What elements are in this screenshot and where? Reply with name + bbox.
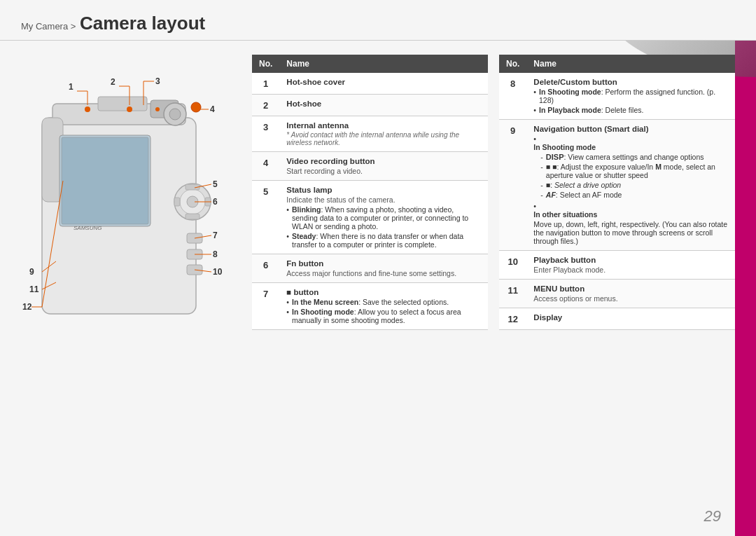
table-row: 9 Navigation button (Smart dial) In Shoo… [499, 120, 735, 251]
table-row: 8 Delete/Custom button In Shooting mode:… [499, 73, 735, 120]
row-content: Status lamp Indicate the status of the c… [279, 181, 488, 254]
bullet-steady: Steady: When there is no data transfer o… [286, 232, 481, 249]
item-title: Delete/Custom button [533, 78, 728, 86]
sub-drive: ■: Select a drive option [540, 181, 728, 189]
right-table: No. Name 8 Delete/Custom button In Shoot… [499, 55, 735, 330]
bullet-shooting: In Shooting mode: Perform the assigned f… [533, 88, 728, 104]
row-number: 5 [252, 181, 279, 254]
row-content: Display [526, 308, 735, 330]
sub-exposure: ■ ■: Adjust the exposure value/In M mode… [540, 163, 728, 179]
item-title: Status lamp [286, 186, 481, 194]
row-content: Video recording button Start recording a… [279, 152, 488, 181]
svg-rect-14 [186, 214, 200, 219]
svg-text:SAMSUNG: SAMSUNG [74, 225, 102, 231]
right-table-section: No. Name 8 Delete/Custom button In Shoot… [499, 55, 735, 514]
table-row: 11 MENU button Access options or menus. [499, 280, 735, 308]
svg-text:11: 11 [29, 284, 39, 294]
svg-text:10: 10 [213, 267, 223, 277]
row-number: 4 [252, 152, 279, 181]
bullet-menu-screen: In the Menu screen: Save the selected op… [286, 298, 481, 306]
row-number: 7 [252, 283, 279, 330]
camera-svg-diagram: SAMSUNG [21, 55, 224, 398]
row-number: 3 [252, 116, 279, 152]
bullet-in-shooting: In Shooting mode DISP: View camera setti… [533, 135, 728, 199]
row-content: Navigation button (Smart dial) In Shooti… [526, 120, 735, 251]
item-title: MENU button [533, 284, 728, 293]
left-col-name-header: Name [279, 55, 488, 73]
table-row: 1 Hot-shoe cover [252, 73, 488, 95]
left-table-body: 1 Hot-shoe cover 2 Hot-shoe 3 [252, 73, 488, 330]
svg-text:3: 3 [155, 76, 160, 86]
row-number: 12 [499, 308, 526, 330]
bullet-other-situations: In other situations Move up, down, left,… [533, 202, 728, 245]
svg-text:4: 4 [210, 104, 215, 114]
left-col-no-header: No. [252, 55, 279, 73]
row-content: Hot-shoe cover [279, 73, 488, 95]
svg-text:2: 2 [111, 77, 115, 87]
table-row: 4 Video recording button Start recording… [252, 152, 488, 181]
row-content: Delete/Custom button In Shooting mode: P… [526, 73, 735, 120]
page-number: 29 [704, 507, 721, 525]
camera-diagram-area: SAMSUNG [21, 55, 238, 514]
row-number: 11 [499, 280, 526, 308]
sub-af: AF: Select an AF mode [540, 191, 728, 199]
row-content: ■ button In the Menu screen: Save the se… [279, 283, 488, 330]
table-row: 2 Hot-shoe [252, 95, 488, 116]
item-title: Hot-shoe [286, 99, 481, 108]
left-table: No. Name 1 Hot-shoe cover 2 [252, 55, 488, 330]
item-title: Playback button [533, 256, 728, 264]
row-content: Hot-shoe [279, 95, 488, 116]
item-subtitle: Access options or menus. [533, 294, 728, 303]
right-col-name-header: Name [526, 55, 735, 73]
item-title: Video recording button [286, 157, 481, 165]
svg-text:6: 6 [213, 197, 218, 207]
item-subtitle: Indicate the status of the camera. [286, 195, 481, 204]
svg-text:1: 1 [69, 82, 74, 92]
row-content: Internal antenna * Avoid contact with th… [279, 116, 488, 152]
item-title: ■ button [286, 288, 481, 296]
item-title: Navigation button (Smart dial) [533, 125, 728, 133]
svg-text:8: 8 [213, 249, 218, 259]
row-number: 10 [499, 251, 526, 280]
row-number: 9 [499, 120, 526, 251]
svg-point-20 [85, 106, 90, 112]
breadcrumb: My Camera > Camera layout [21, 13, 735, 34]
svg-text:12: 12 [22, 302, 32, 312]
svg-text:9: 9 [29, 267, 34, 277]
table-row: 5 Status lamp Indicate the status of the… [252, 181, 488, 254]
bullet-shooting-mode: In Shooting mode: Allow you to select a … [286, 308, 481, 324]
page-title: Camera layout [80, 13, 205, 34]
row-content: Fn button Access major functions and fin… [279, 254, 488, 283]
svg-rect-15 [174, 198, 180, 206]
left-table-section: No. Name 1 Hot-shoe cover 2 [252, 55, 488, 514]
right-col-no-header: No. [499, 55, 526, 73]
svg-point-22 [155, 107, 160, 111]
item-subtitle: Enter Playback mode. [533, 266, 728, 274]
table-row: 12 Display [499, 308, 735, 330]
svg-text:5: 5 [213, 179, 218, 189]
row-number: 8 [499, 73, 526, 120]
table-row: 3 Internal antenna * Avoid contact with … [252, 116, 488, 152]
row-number: 6 [252, 254, 279, 283]
svg-text:7: 7 [213, 231, 218, 240]
item-subtitle: Start recording a video. [286, 167, 481, 175]
row-number: 2 [252, 95, 279, 116]
row-number: 1 [252, 73, 279, 95]
svg-point-9 [169, 109, 181, 120]
item-title: Hot-shoe cover [286, 78, 481, 86]
left-table-header-row: No. Name [252, 55, 488, 73]
svg-rect-5 [62, 137, 148, 224]
bullet-blinking: Blinking: When saving a photo, shooting … [286, 205, 481, 231]
table-row: 7 ■ button In the Menu screen: Save the … [252, 283, 488, 330]
page-header: My Camera > Camera layout [0, 0, 756, 41]
main-content: SAMSUNG [0, 41, 756, 528]
svg-rect-2 [98, 97, 147, 111]
item-note: * Avoid contact with the internal antenn… [286, 131, 481, 146]
item-title: Display [533, 313, 728, 322]
item-title: Fn button [286, 259, 481, 268]
tables-area: No. Name 1 Hot-shoe cover 2 [252, 55, 735, 514]
right-table-header-row: No. Name [499, 55, 735, 73]
item-subtitle: Access major functions and fine-tune som… [286, 269, 481, 277]
bullet-playback: In Playback mode: Delete files. [533, 106, 728, 114]
right-table-body: 8 Delete/Custom button In Shooting mode:… [499, 73, 735, 330]
